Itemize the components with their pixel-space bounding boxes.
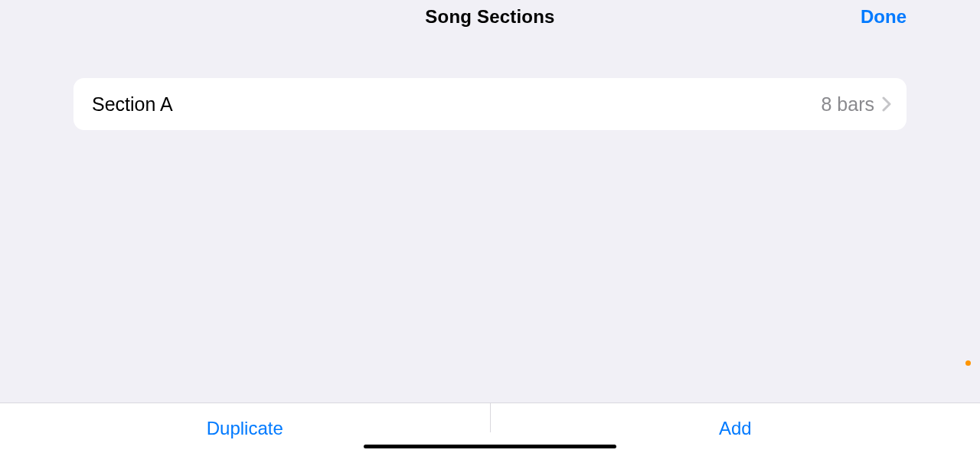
home-indicator (364, 445, 616, 448)
section-row[interactable]: Section A 8 bars (74, 78, 906, 130)
sections-list: Section A 8 bars (74, 78, 906, 130)
chevron-right-icon (882, 96, 891, 112)
done-button[interactable]: Done (861, 6, 906, 28)
recording-indicator-dot (965, 360, 971, 366)
page-title: Song Sections (0, 6, 980, 28)
navigation-bar: Song Sections Done (0, 0, 980, 37)
section-name-label: Section A (92, 93, 822, 116)
section-bars-label: 8 bars (822, 93, 874, 116)
